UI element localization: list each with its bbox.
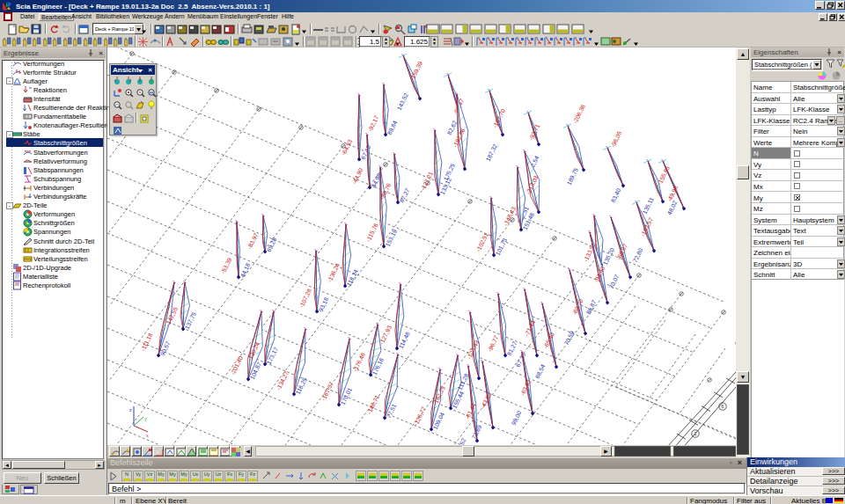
svg-text:-102,51: -102,51	[475, 231, 489, 252]
svg-text:-53,39: -53,39	[220, 257, 233, 275]
svg-text:44,18: 44,18	[239, 262, 252, 279]
svg-text:-127,93: -127,93	[378, 325, 393, 346]
svg-text:93,18: 93,18	[318, 296, 330, 313]
svg-text:135,11: 135,11	[642, 196, 655, 215]
svg-text:70,59: 70,59	[563, 330, 576, 347]
svg-text:-148,71: -148,71	[366, 394, 380, 415]
svg-text:99,00: 99,00	[511, 410, 523, 427]
svg-text:68,54: 68,54	[534, 363, 547, 380]
svg-text:-83,97: -83,97	[246, 232, 260, 251]
svg-text:x: x	[146, 433, 149, 438]
svg-text:89,84: 89,84	[386, 120, 399, 136]
svg-text:83,40: 83,40	[610, 187, 622, 204]
svg-text:-96,05: -96,05	[610, 130, 623, 149]
svg-text:-201,40: -201,40	[230, 355, 244, 376]
svg-text:133,12: 133,12	[439, 176, 453, 195]
svg-text:-68,87: -68,87	[615, 243, 628, 261]
svg-text:-115,76: -115,76	[365, 222, 379, 243]
svg-text:-136,24: -136,24	[327, 262, 341, 283]
svg-text:z: z	[129, 407, 132, 413]
svg-text:-96,77: -96,77	[487, 334, 500, 353]
svg-text:135,20: 135,20	[602, 246, 616, 266]
svg-text:69,28: 69,28	[266, 237, 278, 253]
svg-text:y: y	[144, 416, 147, 421]
svg-text:87,27: 87,27	[399, 187, 411, 204]
svg-text:-111,18: -111,18	[140, 332, 154, 352]
svg-text:81,27: 81,27	[506, 340, 518, 357]
svg-text:-127,21: -127,21	[420, 171, 434, 192]
svg-text:6: 6	[721, 404, 724, 409]
svg-text:-44,90: -44,90	[351, 167, 364, 186]
svg-text:189,75: 189,75	[566, 166, 580, 186]
svg-text:-93,71: -93,71	[528, 123, 541, 142]
svg-text:-206,36: -206,36	[572, 103, 586, 124]
svg-text:72,80: 72,80	[632, 247, 644, 264]
svg-text:48,02: 48,02	[666, 200, 679, 216]
svg-text:143,52: 143,52	[396, 91, 410, 111]
svg-text:82,62: 82,62	[446, 120, 459, 136]
svg-text:187,32: 187,32	[485, 142, 499, 162]
svg-text:-107,28: -107,28	[298, 288, 312, 309]
svg-text:62,52: 62,52	[455, 437, 467, 445]
svg-text:-148,43: -148,43	[503, 206, 517, 227]
svg-text:-134,27: -134,27	[276, 370, 290, 391]
svg-text:86,87: 86,87	[585, 299, 598, 316]
svg-text:101,73: 101,73	[495, 237, 509, 256]
svg-text:70,07: 70,07	[608, 274, 621, 290]
svg-text:-126,77: -126,77	[413, 405, 427, 427]
svg-text:-92,17: -92,17	[367, 114, 380, 133]
